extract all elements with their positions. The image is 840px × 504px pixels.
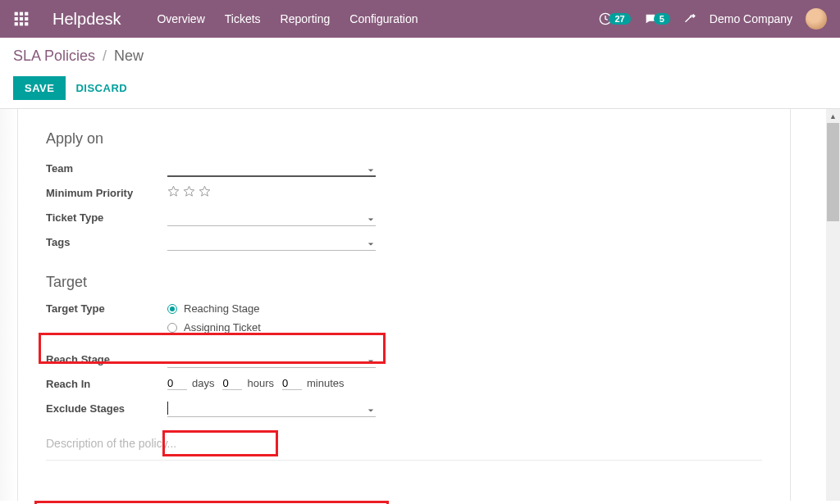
vertical-scrollbar[interactable]: ▲ (826, 109, 840, 501)
field-reach-in: Reach In days hours minutes (46, 373, 762, 394)
exclude-stages-label: Exclude Stages (46, 402, 167, 415)
section-apply-on: Apply on (46, 130, 762, 148)
breadcrumb: SLA Policies / New (13, 48, 827, 65)
exclude-stages-input[interactable] (167, 399, 376, 417)
target-type-label: Target Type (46, 301, 167, 315)
reach-in-label: Reach In (46, 378, 167, 390)
reach-in-minutes-input[interactable] (282, 377, 302, 390)
star-icon[interactable] (183, 185, 195, 200)
field-exclude-stages: Exclude Stages (46, 397, 762, 419)
reach-in-days-input[interactable] (167, 377, 187, 390)
svg-rect-6 (15, 22, 18, 25)
team-input[interactable] (167, 159, 376, 177)
breadcrumb-current: New (114, 48, 144, 64)
field-ticket-type: Ticket Type (46, 207, 762, 228)
priority-stars[interactable] (167, 185, 211, 200)
user-avatar[interactable] (806, 8, 827, 30)
reach-stage-input[interactable] (167, 350, 376, 368)
field-tags: Tags (46, 231, 762, 252)
nav-menu: Overview Tickets Reporting Configuration (157, 12, 418, 25)
description-divider (46, 460, 762, 461)
sheet-left-gutter (0, 109, 18, 501)
scroll-up-arrow[interactable]: ▲ (826, 109, 840, 123)
discard-button[interactable]: DISCARD (75, 82, 127, 94)
svg-rect-8 (25, 22, 28, 25)
scrollbar-thumb[interactable] (827, 123, 839, 221)
radio-reaching-stage[interactable]: Reaching Stage (167, 302, 261, 315)
control-panel: SLA Policies / New SAVE DISCARD (0, 38, 840, 108)
radio-reaching-label: Reaching Stage (184, 302, 260, 315)
radio-icon (167, 323, 177, 333)
svg-rect-1 (20, 12, 23, 16)
tags-input[interactable] (167, 233, 376, 251)
svg-rect-4 (20, 17, 23, 20)
svg-rect-2 (25, 12, 28, 16)
radio-assigning-label: Assigning Ticket (184, 321, 261, 334)
tags-input-wrap (167, 233, 376, 251)
nav-reporting[interactable]: Reporting (281, 12, 331, 25)
app-brand[interactable]: Helpdesk (52, 10, 121, 29)
field-min-priority: Minimum Priority (46, 182, 762, 203)
reach-stage-input-wrap (167, 350, 376, 368)
svg-rect-3 (15, 17, 18, 20)
debug-icon[interactable] (683, 12, 696, 25)
tags-label: Tags (46, 236, 167, 248)
section-target: Target (46, 274, 762, 291)
activity-icon[interactable]: 27 (599, 12, 630, 25)
radio-icon (167, 304, 177, 314)
star-icon[interactable] (167, 185, 180, 200)
field-team: Team (46, 157, 762, 179)
nav-tickets[interactable]: Tickets (225, 12, 261, 25)
save-button[interactable]: SAVE (13, 76, 66, 100)
target-type-radios: Reaching Stage Assigning Ticket (167, 301, 261, 340)
form-view: Apply on Team Minimum Priority Ticket Ty… (0, 109, 840, 501)
star-icon[interactable] (199, 185, 211, 200)
days-unit: days (192, 377, 214, 389)
highlight-exclude-stages (34, 501, 389, 504)
breadcrumb-parent[interactable]: SLA Policies (13, 48, 95, 64)
company-switcher[interactable]: Demo Company (710, 12, 792, 25)
activity-count: 27 (609, 13, 630, 25)
description-field[interactable]: Description of the policy... (46, 437, 762, 450)
action-buttons: SAVE DISCARD (13, 76, 827, 108)
team-label: Team (46, 162, 167, 175)
top-navbar: Helpdesk Overview Tickets Reporting Conf… (0, 0, 840, 38)
field-target-type: Target Type Reaching Stage Assigning Tic… (46, 301, 762, 340)
radio-assigning-ticket[interactable]: Assigning Ticket (167, 321, 261, 334)
form-sheet: Apply on Team Minimum Priority Ticket Ty… (18, 109, 791, 501)
reach-stage-label: Reach Stage (46, 353, 167, 366)
field-reach-stage: Reach Stage (46, 348, 762, 370)
svg-rect-5 (25, 17, 28, 20)
svg-rect-7 (20, 22, 23, 25)
min-priority-label: Minimum Priority (46, 187, 167, 199)
ticket-type-input[interactable] (167, 208, 376, 226)
svg-rect-0 (15, 12, 18, 16)
nav-configuration[interactable]: Configuration (349, 12, 418, 25)
messages-count: 5 (654, 13, 670, 25)
breadcrumb-separator: / (103, 48, 107, 64)
messages-icon[interactable]: 5 (644, 12, 670, 25)
nav-overview[interactable]: Overview (157, 12, 204, 25)
hours-unit: hours (247, 377, 274, 389)
ticket-type-label: Ticket Type (46, 211, 167, 224)
apps-icon[interactable] (13, 11, 30, 27)
reach-in-inputs: days hours minutes (167, 377, 376, 390)
team-input-wrap (167, 159, 376, 177)
ticket-type-input-wrap (167, 208, 376, 226)
reach-in-hours-input[interactable] (222, 377, 242, 390)
nav-right: 27 5 Demo Company (599, 8, 827, 30)
exclude-stages-input-wrap (167, 399, 376, 417)
minutes-unit: minutes (307, 377, 345, 389)
